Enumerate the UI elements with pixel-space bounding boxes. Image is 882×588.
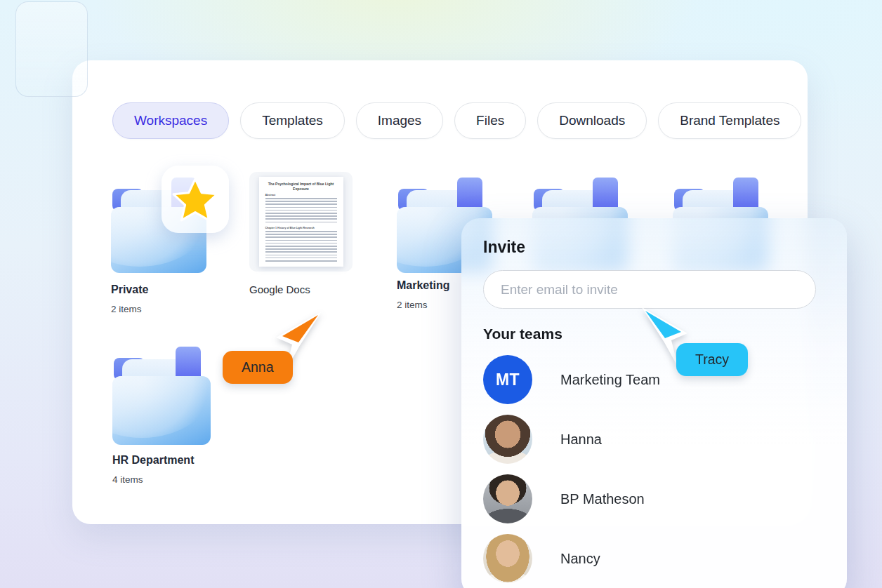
invite-panel: Invite Your teams MT Marketing Team Hann… <box>461 218 847 588</box>
doc-text-lines <box>265 231 337 263</box>
tab-images[interactable]: Images <box>356 102 443 139</box>
avatar-hanna <box>483 415 532 464</box>
folder-name-private: Private <box>111 283 148 296</box>
avatar-nancy <box>483 534 532 583</box>
star-icon <box>172 176 218 222</box>
document-abstract-heading: Abstract <box>265 194 337 196</box>
folder-count-private: 2 items <box>111 304 142 314</box>
avatar-bp-matheson <box>483 474 532 523</box>
team-row-nancy[interactable]: Nancy <box>483 534 825 583</box>
background-ghost-card <box>15 1 88 97</box>
team-row-hanna[interactable]: Hanna <box>483 415 825 464</box>
tab-downloads[interactable]: Downloads <box>537 102 647 139</box>
team-name: Hanna <box>560 432 602 448</box>
tab-workspaces[interactable]: Workspaces <box>112 102 229 139</box>
tab-bar: Workspaces Templates Images Files Downlo… <box>112 102 801 139</box>
team-name: Nancy <box>560 551 600 567</box>
document-chapter-heading: Chapter 1 History of Blue Light Research <box>265 227 337 229</box>
document-title: The Psychological Impact of Blue Light E… <box>265 182 337 191</box>
tab-templates[interactable]: Templates <box>240 102 345 139</box>
tab-files[interactable]: Files <box>454 102 526 139</box>
document-name: Google Docs <box>249 283 310 295</box>
invite-title: Invite <box>483 238 825 257</box>
favorite-badge <box>162 166 229 233</box>
team-row-bp-matheson[interactable]: BP Matheson <box>483 474 825 523</box>
folder-hr-department[interactable] <box>112 347 211 445</box>
folder-name-hr: HR Department <box>112 454 194 467</box>
invite-email-input[interactable] <box>483 270 816 309</box>
avatar-marketing-team: MT <box>483 355 532 404</box>
folder-name-marketing: Marketing <box>397 279 450 292</box>
team-name: Marketing Team <box>560 372 660 388</box>
anna-cursor-label: Anna <box>223 351 293 384</box>
tab-brand-templates[interactable]: Brand Templates <box>658 102 801 139</box>
folder-body <box>112 376 211 445</box>
document-thumbnail: The Psychological Impact of Blue Light E… <box>259 177 343 267</box>
tracy-cursor-label: Tracy <box>676 343 748 376</box>
team-name: BP Matheson <box>560 491 645 507</box>
folder-count-marketing: 2 items <box>397 300 428 310</box>
folder-count-hr: 4 items <box>112 474 143 485</box>
document-google-docs[interactable]: The Psychological Impact of Blue Light E… <box>249 172 353 272</box>
doc-text-lines <box>265 198 337 225</box>
